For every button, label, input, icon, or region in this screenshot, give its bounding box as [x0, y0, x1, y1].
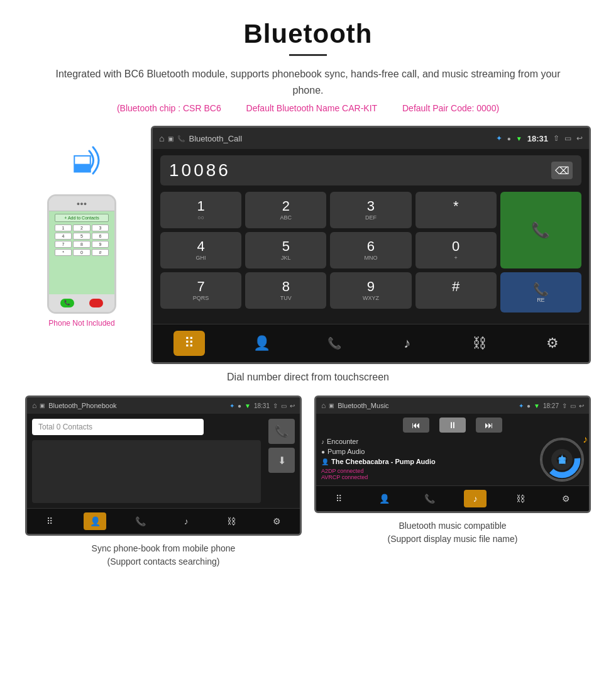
pb-toolbar-calls[interactable]: 📞 — [129, 512, 152, 530]
phone-key-3: 3 — [92, 224, 109, 231]
key-2[interactable]: 2ABC — [245, 192, 326, 228]
ms-toolbar-contacts[interactable]: 👤 — [373, 490, 395, 507]
re-label: RE — [537, 297, 545, 303]
main-screen-section: ⬓ ●●● + Add to Contacts 1 2 3 4 5 6 — [0, 119, 616, 364]
music-track-list: ♪ Encounter ● Pump Audio 👤 The Cheebacab… — [321, 438, 535, 480]
prev-btn[interactable]: ⏮ — [403, 418, 429, 433]
pb-toolbar-music[interactable]: ♪ — [175, 512, 197, 530]
redial-icon: 📞 — [533, 282, 549, 297]
ms-toolbar-dialpad[interactable]: ⠿ — [327, 490, 350, 507]
pb-time: 18:31 — [254, 402, 270, 409]
pb-toolbar-link[interactable]: ⛓ — [220, 512, 243, 530]
page-description: Integrated with BC6 Bluetooth module, su… — [50, 66, 566, 98]
toolbar-calls[interactable]: 📞 — [319, 331, 350, 356]
ms-back: ↩ — [579, 402, 584, 409]
key-1[interactable]: 1○○ — [160, 192, 241, 228]
bt-code-info: Default Pair Code: 0000) — [402, 103, 499, 113]
pb-toolbar-dialpad[interactable]: ⠿ — [38, 512, 61, 530]
status-label-2: ▣ — [168, 135, 173, 142]
music-note-icon: ♪ — [583, 434, 588, 445]
svg-point-4 — [557, 455, 568, 465]
pb-screen-label: Bluetooth_Phonebook — [48, 402, 226, 409]
title-underline — [289, 54, 327, 56]
toolbar-contacts[interactable]: 👤 — [246, 331, 277, 356]
pb-expand: ⇧ — [273, 402, 278, 409]
key-0[interactable]: 0+ — [415, 232, 497, 268]
next-btn[interactable]: ⏭ — [476, 418, 502, 433]
backspace-button[interactable]: ⌫ — [551, 162, 573, 179]
track-icon-3: 👤 — [321, 458, 329, 465]
phone-call-btn: 📞 — [60, 299, 74, 307]
ms-status-right: ✦ ● ▼ 18:27 ⇧ ▭ ↩ — [519, 402, 584, 409]
track-item-2: ● Pump Audio — [321, 448, 535, 455]
key-3[interactable]: 3DEF — [330, 192, 411, 228]
main-car-screen: ⌂ ▣ 📞 Bluetooth_Call ✦ ● ▼ 18:31 ⇧ ▭ ↩ 1… — [151, 126, 591, 364]
bt-status-icon: ✦ — [496, 134, 502, 143]
number-display: 10086 ⌫ — [160, 155, 581, 185]
key-5[interactable]: 5JKL — [245, 232, 326, 268]
signal-dot-2: ▼ — [516, 135, 522, 142]
phone-key-7: 7 — [55, 241, 72, 248]
ms-dot: ● — [527, 402, 531, 409]
phone-keypad-mini: 1 2 3 4 5 6 7 8 9 * 0 # — [55, 224, 109, 256]
key-8[interactable]: 8TUV — [245, 272, 326, 309]
contacts-search-bar: Total 0 Contacts — [32, 419, 204, 435]
track-item-3: 👤 The Cheebacabra - Pump Audio — [321, 458, 535, 465]
phone-key-8: 8 — [73, 241, 90, 248]
phonebook-content: Total 0 Contacts 📞 ⬇ — [27, 414, 300, 508]
track-item-1: ♪ Encounter — [321, 438, 535, 445]
phonebook-download-btn[interactable]: ⬇ — [268, 448, 295, 473]
phone-not-included-label: Phone Not Included — [48, 319, 114, 328]
phone-key-0: 0 — [73, 249, 90, 256]
window-icon: ▭ — [564, 134, 571, 143]
phone-key-6: 6 — [92, 233, 109, 240]
toolbar-dialpad[interactable]: ⠿ — [173, 331, 205, 356]
vinyl-disc: ⬓ — [540, 438, 584, 482]
track-icon-2: ● — [321, 448, 325, 455]
toolbar-settings[interactable]: ⚙ — [537, 331, 568, 356]
redial-button[interactable]: 📞 RE — [500, 272, 581, 313]
music-caption-line2: (Support display music file name) — [388, 533, 518, 546]
pb-dot: ● — [238, 402, 241, 409]
phonebook-list-wrap: Total 0 Contacts — [32, 419, 261, 503]
ms-time: 18:27 — [543, 402, 559, 409]
toolbar-link[interactable]: ⛓ — [464, 331, 495, 356]
phone-key-2: 2 — [73, 224, 90, 231]
key-6[interactable]: 6MNO — [330, 232, 411, 268]
back-icon: ↩ — [576, 134, 583, 143]
ms-toolbar-calls[interactable]: 📞 — [419, 490, 441, 507]
pb-toolbar-contacts[interactable]: 👤 — [84, 512, 106, 530]
phonebook-call-btn[interactable]: 📞 — [268, 419, 295, 444]
key-star[interactable]: * — [415, 192, 497, 228]
signal-dot-1: ● — [507, 135, 511, 142]
phonebook-toolbar: ⠿ 👤 📞 ♪ ⛓ ⚙ — [27, 508, 300, 534]
svg-text:⬓: ⬓ — [558, 455, 566, 465]
ms-toolbar-link[interactable]: ⛓ — [509, 490, 532, 507]
home-icon: ⌂ — [159, 133, 164, 143]
main-bottom-toolbar: ⠿ 👤 📞 ♪ ⛓ ⚙ — [153, 324, 589, 362]
call-button[interactable]: 📞 — [500, 192, 581, 268]
phonebook-screen: ⌂ ▣ Bluetooth_Phonebook ✦ ● ▼ 18:31 ⇧ ▭ … — [25, 396, 302, 536]
pb-back: ↩ — [290, 402, 295, 409]
key-7[interactable]: 7PQRS — [160, 272, 241, 309]
dial-caption: Dial number direct from touchscreen — [0, 364, 616, 396]
ms-arrow: ▼ — [534, 402, 540, 409]
key-hash[interactable]: # — [415, 272, 497, 309]
ms-screen-label: Bluetooth_Music — [338, 402, 515, 409]
music-card: ⌂ ▣ Bluetooth_Music ✦ ● ▼ 18:27 ⇧ ▭ ↩ ⏮ — [314, 396, 591, 571]
pb-toolbar-settings[interactable]: ⚙ — [266, 512, 289, 530]
toolbar-music[interactable]: ♪ — [392, 331, 423, 356]
play-btn[interactable]: ⏸ — [439, 418, 466, 433]
key-4[interactable]: 4GHI — [160, 232, 241, 268]
phone-bottom-bar: 📞 — [49, 294, 114, 312]
ms-bt-icon: ✦ — [519, 402, 524, 409]
page-header: Bluetooth Integrated with BC6 Bluetooth … — [0, 0, 616, 119]
pb-screen-icon: ▣ — [40, 402, 45, 409]
status-time: 18:31 — [527, 134, 548, 143]
ms-toolbar-settings[interactable]: ⚙ — [555, 490, 578, 507]
phone-aside: ⬓ ●●● + Add to Contacts 1 2 3 4 5 6 — [25, 126, 138, 328]
ms-toolbar-music[interactable]: ♪ — [464, 490, 487, 507]
a2dp-status: A2DP connected — [321, 468, 535, 474]
key-9[interactable]: 9WXYZ — [330, 272, 411, 309]
music-toolbar: ⠿ 👤 📞 ♪ ⛓ ⚙ — [316, 485, 589, 511]
